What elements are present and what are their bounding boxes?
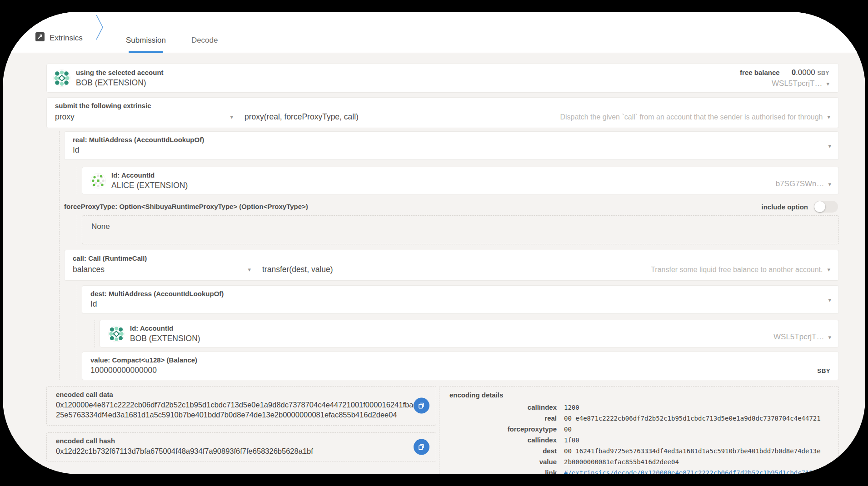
account-balance-block: free balance0.0000 SBY WSL5TpcrjT… ▾ xyxy=(740,68,829,88)
encoding-row-label: link xyxy=(449,469,557,474)
param-dest-id-value: BOB (EXTENSION) xyxy=(130,334,200,343)
identicon-bob[interactable] xyxy=(53,69,70,87)
app-window: Extrinsics Submission Decode xyxy=(3,12,865,474)
extrinsics-icon xyxy=(35,32,45,44)
param-dest-value: Id xyxy=(90,299,830,309)
encoding-details-box: encoding details callindex 1200 real 00 … xyxy=(439,386,839,474)
force-proxy-type-value: None xyxy=(91,222,110,231)
call-section-dropdown[interactable]: balances ▾ xyxy=(73,265,251,274)
encoded-call-hash-value: 0x12d22c1b732f67113d7bfa675004f48a934f7a… xyxy=(56,446,427,456)
encoding-details-grid: callindex 1200 real 00 e4e871c2222cb06df… xyxy=(449,403,828,474)
encoding-row-label: dest xyxy=(449,447,557,455)
chevron-down-icon: ▾ xyxy=(248,267,251,273)
real-id-group: Id: AccountId ALICE (EXTENSION) b7SG7SWn… xyxy=(77,167,839,194)
extrinsic-section-dropdown[interactable]: proxy ▾ xyxy=(55,112,233,122)
param-value-input[interactable]: 100000000000000 xyxy=(90,366,830,375)
copy-icon xyxy=(418,443,425,451)
dest-id-info: Id: AccountId BOB (EXTENSION) xyxy=(130,324,200,343)
encoding-row-value: 2b0000000081efac855b416d2dee04 xyxy=(564,458,828,466)
call-docs-text: Transfer some liquid free balance to ano… xyxy=(651,266,823,274)
param-value-label: value: Compact<u128> (Balance) xyxy=(90,356,830,364)
param-real-value: Id xyxy=(73,145,830,155)
force-proxy-type-group: None xyxy=(77,215,839,244)
account-address-short: WSL5TpcrjT… xyxy=(772,79,822,88)
chevron-down-icon: ▾ xyxy=(230,114,233,120)
page-title: Extrinsics xyxy=(50,34,83,43)
call-params-group: dest: MultiAddress (AccountIdLookupOf) I… xyxy=(77,285,839,380)
tab-submission[interactable]: Submission xyxy=(124,36,168,53)
encoding-row-label: callindex xyxy=(449,403,557,411)
identicon-bob[interactable] xyxy=(108,326,125,342)
include-option-label: include option xyxy=(762,203,808,211)
chevron-down-icon: ▾ xyxy=(828,181,831,187)
dest-id-group: Id: AccountId BOB (EXTENSION) WSL5TpcrjT… xyxy=(95,320,839,347)
encoded-call-hash-label: encoded call hash xyxy=(56,437,427,445)
extrinsic-docs-text: Dispatch the given `call` from an accoun… xyxy=(560,113,823,121)
chevron-down-icon: ▾ xyxy=(828,143,831,149)
force-proxy-type-label: forceProxyType: Option<ShibuyaRuntimePro… xyxy=(64,203,308,211)
identicon-alice[interactable] xyxy=(90,173,106,188)
free-balance-int: 0 xyxy=(792,68,796,77)
breadcrumb: Extrinsics xyxy=(35,32,83,44)
param-dest-card[interactable]: dest: MultiAddress (AccountIdLookupOf) I… xyxy=(82,285,839,314)
param-call-label: call: Call (RuntimeCall) xyxy=(73,254,830,263)
extrinsic-section-value: proxy xyxy=(55,112,75,122)
param-real-id-card: Id: AccountId ALICE (EXTENSION) b7SG7SWn… xyxy=(82,167,839,194)
encoding-row-label: forceproxytype xyxy=(449,425,557,433)
chevron-down-icon: ▾ xyxy=(827,114,830,120)
param-real-card[interactable]: real: MultiAddress (AccountIdLookupOf) I… xyxy=(64,131,839,160)
dest-id-address-dropdown[interactable]: WSL5TpcrjT… ▾ xyxy=(773,332,831,342)
encoded-call-hash-box: encoded call hash 0x12d22c1b732f67113d7b… xyxy=(46,432,436,462)
copy-call-data-button[interactable] xyxy=(414,398,429,414)
decode-link[interactable]: #/extrinsics/decode/0x120000e4e871c2222c… xyxy=(564,469,828,474)
free-balance-frac: .0000 xyxy=(796,68,815,77)
account-label: using the selected account xyxy=(76,69,164,77)
chevron-down-icon: ▾ xyxy=(828,334,831,340)
real-id-address-short: b7SG7SWn… xyxy=(776,179,824,188)
tab-decode[interactable]: Decode xyxy=(190,36,220,53)
dest-id-address-short: WSL5TpcrjT… xyxy=(773,332,824,342)
chevron-down-icon: ▾ xyxy=(826,81,829,87)
real-id-address-dropdown[interactable]: b7SG7SWn… ▾ xyxy=(776,179,831,188)
free-balance-row: free balance0.0000 SBY xyxy=(740,68,829,77)
real-id-info: Id: AccountId ALICE (EXTENSION) xyxy=(111,171,188,190)
encoding-row-value: 00 xyxy=(564,426,828,433)
param-value-card: value: Compact<u128> (Balance) 100000000… xyxy=(82,352,839,380)
copy-call-hash-button[interactable] xyxy=(414,439,429,455)
account-address-dropdown[interactable]: WSL5TpcrjT… ▾ xyxy=(740,79,829,88)
extrinsic-row: proxy ▾ proxy(real, forceProxyType, call… xyxy=(55,112,830,122)
force-proxy-type-none-box: None xyxy=(82,215,839,244)
param-dest-label: dest: MultiAddress (AccountIdLookupOf) xyxy=(90,290,830,298)
extrinsic-params-group: real: MultiAddress (AccountIdLookupOf) I… xyxy=(59,131,839,380)
breadcrumb-chevron-icon xyxy=(96,15,104,42)
include-option-control: include option xyxy=(762,201,838,213)
param-real-label: real: MultiAddress (AccountIdLookupOf) xyxy=(73,136,830,144)
encoding-row-value: 00 e4e871c2222cb06df7d2b52c1b95d1cbdc713… xyxy=(564,415,828,422)
encoding-row-label: value xyxy=(449,458,557,466)
page-header: Extrinsics Submission Decode xyxy=(3,12,865,53)
param-real-id-label: Id: AccountId xyxy=(111,171,188,179)
call-docs-dropdown[interactable]: Transfer some liquid free balance to ano… xyxy=(651,266,830,274)
encoded-section: encoded call data 0x120000e4e871c2222cb0… xyxy=(46,386,839,474)
free-balance-unit: SBY xyxy=(817,70,829,76)
chevron-down-icon: ▾ xyxy=(827,267,830,273)
encoding-details-title: encoding details xyxy=(449,391,828,399)
call-row: balances ▾ transfer(dest, value) Transfe… xyxy=(73,265,830,274)
encoded-call-data-value: 0x120000e4e871c2222cb06df7d2b52c1b95d1cb… xyxy=(56,400,427,420)
selected-account-card: using the selected account BOB (EXTENSIO… xyxy=(46,64,839,93)
param-call-card: call: Call (RuntimeCall) balances ▾ tran… xyxy=(64,250,839,281)
value-unit: SBY xyxy=(817,367,830,374)
force-proxy-type-row: forceProxyType: Option<ShibuyaRuntimePro… xyxy=(64,201,839,213)
extrinsic-card: submit the following extrinsic proxy ▾ p… xyxy=(46,97,839,128)
extrinsic-docs-dropdown[interactable]: Dispatch the given `call` from an accoun… xyxy=(560,113,830,121)
copy-icon xyxy=(418,402,425,410)
include-option-toggle[interactable] xyxy=(814,201,838,213)
encoded-call-data-label: encoded call data xyxy=(56,391,427,399)
call-section-value: balances xyxy=(73,265,105,274)
call-method: transfer(dest, value) xyxy=(262,265,333,274)
encoding-row-value: 1f00 xyxy=(564,436,828,444)
extrinsic-label: submit the following extrinsic xyxy=(55,102,830,110)
main-content: using the selected account BOB (EXTENSIO… xyxy=(3,53,865,474)
account-info: using the selected account BOB (EXTENSIO… xyxy=(76,69,164,88)
encoding-row-value: 00 16241fbad9725e5763334df4ed3a1681d1a5c… xyxy=(564,447,828,455)
